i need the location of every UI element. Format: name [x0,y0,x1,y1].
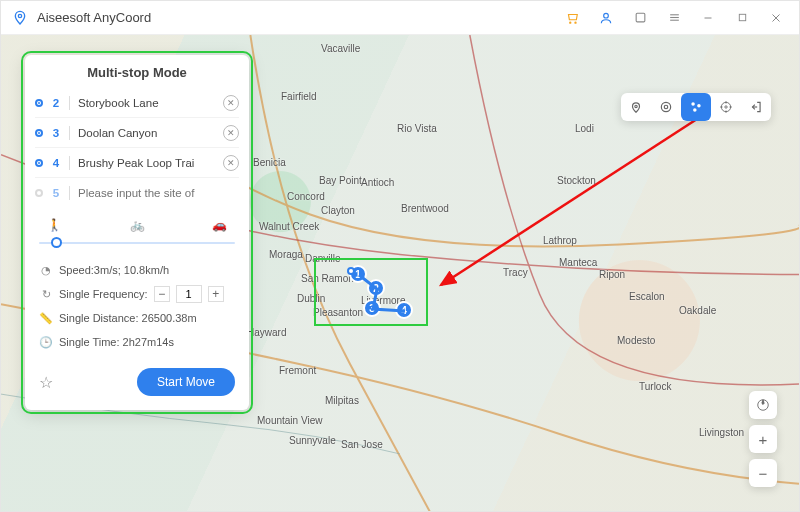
stop-radio-icon[interactable] [35,159,43,167]
feedback-icon[interactable] [627,5,653,31]
svg-point-1 [570,22,571,23]
time-label: Single Time: 2h27m14s [59,336,174,348]
titlebar: Aiseesoft AnyCoord [1,1,799,35]
stop-row[interactable]: 3 Doolan Canyon ✕ [35,118,239,148]
stop-index: 5 [51,187,61,199]
stop-name: Storybook Lane [78,97,215,109]
mode-modify-location-icon[interactable] [621,93,651,121]
minimize-button[interactable] [695,5,721,31]
compass-button[interactable] [749,391,777,419]
car-mode-icon[interactable]: 🚗 [212,218,227,232]
route-info: ◔ Speed:3m/s; 10.8km/h ↻ Single Frequenc… [25,256,249,364]
svg-point-16 [661,102,670,111]
panel-title: Multi-stop Mode [25,55,249,88]
mode-one-stop-icon[interactable] [651,93,681,121]
maximize-button[interactable] [729,5,755,31]
panel-footer: ☆ Start Move [25,364,249,410]
menu-icon[interactable] [661,5,687,31]
zoom-in-button[interactable]: + [749,425,777,453]
stop-index: 4 [51,157,61,169]
mode-multi-stop-icon[interactable] [681,93,711,121]
svg-point-21 [725,106,727,108]
stop-row-empty[interactable]: 5 [35,178,239,208]
cart-icon[interactable] [559,5,585,31]
frequency-input[interactable] [176,285,202,303]
mode-exit-icon[interactable] [741,93,771,121]
app-window: Aiseesoft AnyCoord Vacaville F [0,0,800,512]
frequency-label: Single Frequency: [59,288,148,300]
app-title: Aiseesoft AnyCoord [37,10,151,25]
stop-row[interactable]: 4 Brushy Peak Loop Trai ✕ [35,148,239,178]
clear-stop-icon[interactable]: ✕ [223,95,239,111]
distance-icon: 📏 [39,312,53,325]
stop-name: Brushy Peak Loop Trai [78,157,215,169]
speed-icon: ◔ [39,264,53,277]
svg-point-14 [635,105,637,107]
frequency-decrement-button[interactable]: − [154,286,170,302]
svg-point-3 [604,13,609,18]
speed-slider[interactable] [39,234,235,252]
svg-point-12 [348,268,354,274]
svg-rect-9 [739,14,745,20]
stop-index: 2 [51,97,61,109]
zoom-controls: + − [749,391,777,487]
svg-point-15 [664,105,668,109]
stop-radio-icon[interactable] [35,99,43,107]
walk-mode-icon[interactable]: 🚶 [47,218,62,232]
svg-point-2 [575,22,576,23]
bike-mode-icon[interactable]: 🚲 [130,218,145,232]
svg-point-19 [693,108,697,112]
stop-radio-icon[interactable] [35,129,43,137]
stop-row[interactable]: 2 Storybook Lane ✕ [35,88,239,118]
close-button[interactable] [763,5,789,31]
svg-point-20 [721,102,730,111]
stops-list: 2 Storybook Lane ✕ 3 Doolan Canyon ✕ 4 B… [25,88,249,214]
zoom-out-button[interactable]: − [749,459,777,487]
slider-thumb[interactable] [51,237,62,248]
stop-index: 3 [51,127,61,139]
stop-name: Doolan Canyon [78,127,215,139]
stop-radio-icon[interactable] [35,189,43,197]
favorite-icon[interactable]: ☆ [39,373,53,392]
frequency-icon: ↻ [39,288,53,301]
account-icon[interactable] [593,5,619,31]
start-move-button[interactable]: Start Move [137,368,235,396]
distance-label: Single Distance: 26500.38m [59,312,197,324]
clear-stop-icon[interactable]: ✕ [223,125,239,141]
svg-point-0 [18,14,21,17]
speed-label: Speed:3m/s; 10.8km/h [59,264,169,276]
transport-mode-tabs: 🚶 🚲 🚗 [25,214,249,232]
frequency-increment-button[interactable]: + [208,286,224,302]
time-icon: 🕒 [39,336,53,349]
app-logo-icon [11,9,29,27]
mode-toolbar [621,93,771,121]
svg-line-13 [441,97,731,285]
mode-joystick-icon[interactable] [711,93,741,121]
svg-point-18 [697,104,701,108]
multistop-panel: Multi-stop Mode 2 Storybook Lane ✕ 3 Doo… [25,55,249,410]
stop-input[interactable] [78,187,239,199]
clear-stop-icon[interactable]: ✕ [223,155,239,171]
svg-rect-4 [636,13,645,22]
svg-point-17 [691,102,695,106]
